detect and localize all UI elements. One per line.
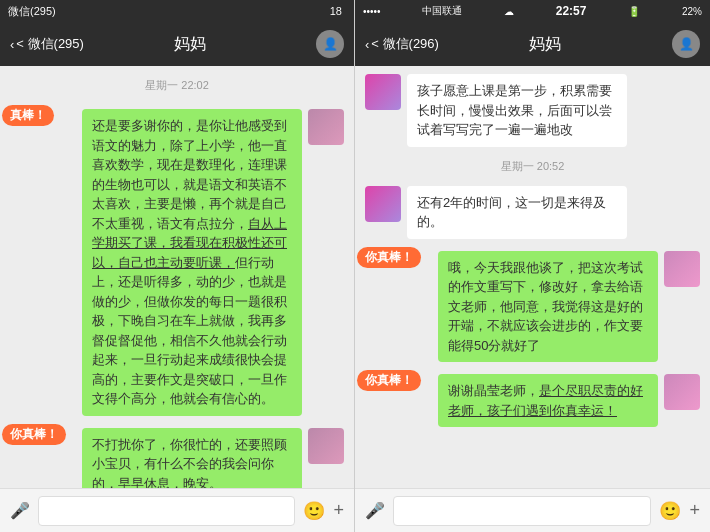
- right-battery: 22%: [682, 6, 702, 17]
- right-time: 22:57: [556, 4, 587, 18]
- left-messages-area: 星期一 22:02 真棒！ 还是要多谢你的，是你让他感受到语文的魅力，除了上小学…: [0, 66, 354, 488]
- left-header-title: 妈妈: [90, 34, 290, 55]
- right-praise-badge-1: 你真棒！: [357, 247, 421, 271]
- left-bubble-1: 还是要多谢你的，是你让他感受到语文的魅力，除了上小学，他一直喜欢数学，现在是数理…: [82, 109, 302, 416]
- left-phone-panel: 微信(295) 18 ‹ < 微信(295) 妈妈 👤 星期一 22:02 真棒…: [0, 0, 355, 532]
- left-bottom-bar: 🎤 🙂 +: [0, 488, 354, 532]
- left-avatar-right-2: [308, 428, 344, 464]
- right-extra-button[interactable]: +: [689, 500, 700, 521]
- right-header-avatar: 👤: [672, 30, 700, 58]
- left-back-label: < 微信(295): [16, 35, 84, 53]
- right-status-bar: ••••• 中国联通 ☁ 22:57 🔋 22%: [355, 0, 710, 22]
- right-messages-area: 孩子愿意上课是第一步，积累需要长时间，慢慢出效果，后面可以尝试着写写完了一遍一遍…: [355, 66, 710, 488]
- left-header-avatar: 👤: [316, 30, 344, 58]
- left-status-bar: 微信(295) 18: [0, 0, 354, 22]
- right-avatar-left-1: [365, 74, 401, 110]
- praise-badge-2: 你真棒！: [2, 424, 66, 448]
- right-message-row-1: 孩子愿意上课是第一步，积累需要长时间，慢慢出效果，后面可以尝试着写写完了一遍一遍…: [365, 74, 700, 147]
- right-back-arrow: ‹: [365, 37, 369, 52]
- right-avatar-right-2: [664, 374, 700, 410]
- left-avatar-right-1: [308, 109, 344, 145]
- praise-text-1: 真棒！: [2, 105, 54, 126]
- right-bubble-4: 谢谢晶莹老师，是个尽职尽责的好老师，孩子们遇到你真幸运！: [438, 374, 658, 427]
- left-back-button[interactable]: ‹ < 微信(295): [10, 35, 84, 53]
- right-message-row-2: 还有2年的时间，这一切是来得及的。: [365, 186, 700, 239]
- left-input-box[interactable]: [38, 496, 295, 526]
- right-emoji-button[interactable]: 🙂: [659, 500, 681, 522]
- right-header-title: 妈妈: [445, 34, 646, 55]
- praise-badge-1: 真棒！: [2, 105, 54, 129]
- left-chat-header: ‹ < 微信(295) 妈妈 👤: [0, 22, 354, 66]
- left-extra-button[interactable]: +: [333, 500, 344, 521]
- right-avatar-left-2: [365, 186, 401, 222]
- left-timestamp-1: 星期一 22:02: [10, 78, 344, 93]
- right-bubble-2: 还有2年的时间，这一切是来得及的。: [407, 186, 627, 239]
- right-back-label: < 微信(296): [371, 35, 439, 53]
- right-timestamp-1: 星期一 20:52: [365, 159, 700, 174]
- underline-span-2: 是个尽职尽责的好老师，孩子们遇到你真幸运！: [448, 383, 643, 418]
- right-avatar-right-1: [664, 251, 700, 287]
- right-back-button[interactable]: ‹ < 微信(296): [365, 35, 439, 53]
- right-carrier: 中国联通: [422, 4, 462, 18]
- right-praise-text-1: 你真棒！: [357, 247, 421, 268]
- left-voice-button[interactable]: 🎤: [10, 501, 30, 520]
- right-battery-icon: 🔋: [628, 6, 640, 17]
- right-person-icon: 👤: [679, 37, 694, 51]
- right-bubble-3: 哦，今天我跟他谈了，把这次考试的作文重写下，修改好，拿去给语文老师，他同意，我觉…: [438, 251, 658, 363]
- right-chat-header: ‹ < 微信(296) 妈妈 👤: [355, 22, 710, 66]
- right-input-box[interactable]: [393, 496, 651, 526]
- right-wifi-icon: ☁: [504, 6, 514, 17]
- right-phone-panel: ••••• 中国联通 ☁ 22:57 🔋 22% ‹ < 微信(296) 妈妈 …: [355, 0, 710, 532]
- left-signal: 18: [330, 5, 342, 17]
- right-bottom-bar: 🎤 🙂 +: [355, 488, 710, 532]
- underline-span-1: 自从上学期买了课，我看现在积极性还可以，自己也主动要听课，: [92, 216, 287, 270]
- left-back-arrow: ‹: [10, 37, 14, 52]
- left-message-row-1: 还是要多谢你的，是你让他感受到语文的魅力，除了上小学，他一直喜欢数学，现在是数理…: [10, 109, 344, 416]
- praise-text-2: 你真棒！: [2, 424, 66, 445]
- left-person-icon: 👤: [323, 37, 338, 51]
- right-praise-badge-2: 你真棒！: [357, 370, 421, 394]
- right-bubble-1: 孩子愿意上课是第一步，积累需要长时间，慢慢出效果，后面可以尝试着写写完了一遍一遍…: [407, 74, 627, 147]
- right-praise-text-2: 你真棒！: [357, 370, 421, 391]
- left-wechat-count: 微信(295): [8, 4, 330, 19]
- right-voice-button[interactable]: 🎤: [365, 501, 385, 520]
- left-bubble-2: 不打扰你了，你很忙的，还要照顾小宝贝，有什么不会的我会问你的，早早休息，晚安。: [82, 428, 302, 489]
- right-dots: •••••: [363, 6, 381, 17]
- left-emoji-button[interactable]: 🙂: [303, 500, 325, 522]
